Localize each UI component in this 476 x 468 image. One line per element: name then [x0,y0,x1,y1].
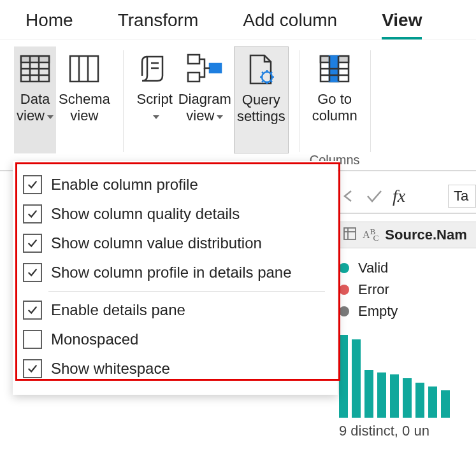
distribution-chart [339,329,476,418]
opt-label: Show column value distribution [51,234,262,252]
opt-show-quality[interactable]: Show column quality details [19,199,331,229]
fx-icon[interactable]: fx [393,186,405,206]
legend-label: Valid [358,260,388,276]
tab-add-column[interactable]: Add column [243,10,337,39]
data-view-button[interactable]: Data view [14,46,56,153]
svg-line-21 [262,81,263,82]
dot-error [339,285,349,295]
opt-label: Show whitespace [51,360,170,378]
chart-bar [390,374,399,418]
dropdown-separator [48,291,325,292]
preview-panel: fx Ta ABC Source.Nam Valid Error Empty 9… [339,185,476,465]
svg-line-20 [271,81,272,82]
legend-empty: Empty [339,303,476,320]
text-type-icon: ABC [363,227,379,244]
chevron-down-icon [153,115,159,119]
ribbon: Data view Schema view [0,40,476,171]
chart-bar [364,370,373,418]
checkbox-icon[interactable] [23,301,42,320]
opt-monospaced[interactable]: Monospaced [19,325,331,354]
data-view-label: Data view [17,91,54,125]
checkbox-icon[interactable] [23,234,42,253]
formula-bar[interactable]: Ta [448,185,476,208]
diagram-view-icon [186,50,223,87]
svg-rect-11 [188,55,199,64]
ribbon-separator [123,50,124,152]
legend-label: Error [358,281,389,298]
ribbon-group-columns: Go to column Columns [306,46,364,167]
chart-bar [403,378,412,418]
dot-empty [339,306,349,316]
svg-rect-13 [210,64,221,73]
ribbon-separator [299,50,299,152]
legend-error: Error [339,281,476,298]
tab-transform[interactable]: Transform [118,10,199,39]
chart-bar [352,339,361,418]
schema-view-icon [66,50,103,87]
checkbox-icon[interactable] [23,175,42,194]
svg-rect-6 [70,56,98,82]
svg-line-19 [262,72,263,73]
opt-label: Enable column profile [51,176,198,194]
opt-enable-details-pane[interactable]: Enable details pane [19,295,331,325]
schema-view-label: Schema view [59,91,110,125]
svg-rect-1 [21,56,49,62]
opt-show-whitespace[interactable]: Show whitespace [19,354,331,383]
schema-view-button[interactable]: Schema view [56,46,113,153]
tab-bar: Home Transform Add column View [0,0,476,40]
formula-toolbar: fx Ta [339,185,476,214]
svg-line-22 [271,72,272,73]
legend-valid: Valid [339,260,476,276]
checkbox-icon[interactable] [23,263,42,282]
confirm-icon[interactable] [364,187,384,206]
back-icon[interactable] [339,187,358,206]
diagram-view-label: Diagram view [178,91,231,125]
opt-label: Monospaced [51,330,138,348]
opt-show-distribution[interactable]: Show column value distribution [19,229,331,258]
script-button[interactable]: Script [134,46,176,153]
tab-home[interactable]: Home [25,10,73,39]
legend-label: Empty [358,303,398,320]
opt-enable-column-profile[interactable]: Enable column profile [19,170,331,199]
svg-rect-30 [344,228,356,239]
opt-label: Enable details pane [51,301,185,319]
checkbox-icon[interactable] [23,204,42,223]
distribution-summary: 9 distinct, 0 un [339,423,476,439]
checkbox-icon[interactable] [23,359,42,378]
chart-bar [415,383,424,418]
column-header[interactable]: ABC Source.Nam [339,222,476,248]
opt-label: Show column profile in details pane [51,264,292,281]
go-to-column-button[interactable]: Go to column [310,46,360,152]
opt-label: Show column quality details [51,205,240,223]
chevron-down-icon [217,115,223,119]
chart-bar [441,390,450,418]
query-settings-label: Query settings [237,92,285,125]
data-view-icon [17,50,54,87]
data-view-dropdown: Enable column profile Show column qualit… [13,161,338,395]
svg-rect-12 [188,73,199,82]
go-to-column-icon [316,50,353,87]
ribbon-separator [370,50,371,152]
script-icon [136,50,173,87]
script-label: Script [137,91,173,125]
quality-legend: Valid Error Empty [339,260,476,320]
chart-bar [377,372,386,418]
table-icon [343,227,356,243]
ribbon-group-views: Data view Schema view [10,46,117,167]
opt-show-profile-pane[interactable]: Show column profile in details pane [19,258,331,287]
chart-bar [339,335,348,418]
chevron-down-icon [47,115,54,119]
checkbox-icon[interactable] [23,330,42,349]
ribbon-group-script: Script Diagram view [130,46,292,167]
go-to-column-label: Go to column [312,91,357,125]
query-settings-button[interactable]: Query settings [234,46,289,153]
column-name: Source.Nam [385,227,466,243]
dot-valid [339,263,349,273]
chart-bar [428,386,437,418]
query-settings-icon [243,51,280,88]
diagram-view-button[interactable]: Diagram view [176,46,234,153]
tab-view[interactable]: View [382,10,422,39]
